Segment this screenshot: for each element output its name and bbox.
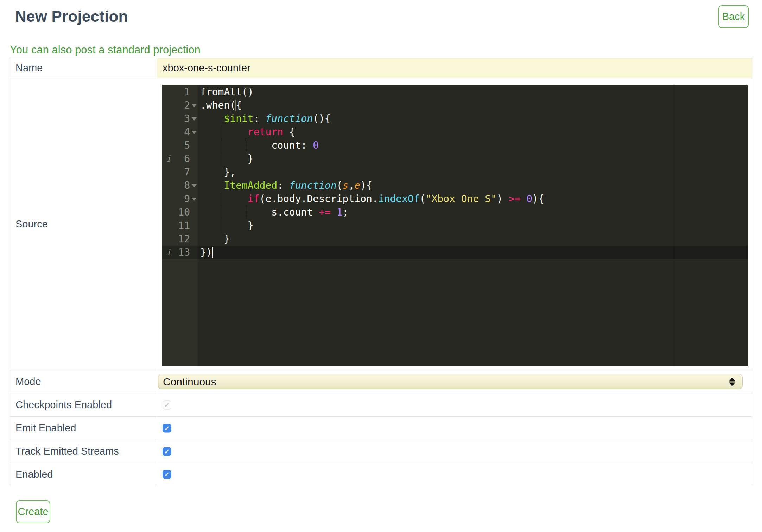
code-text: } <box>200 219 254 232</box>
fold-arrow-icon[interactable] <box>192 117 197 121</box>
code-text: $init: function(){ <box>200 112 331 126</box>
code-line-12[interactable]: 12 } <box>162 232 748 246</box>
code-line-6[interactable]: i6 } <box>162 152 748 166</box>
source-cell: 1fromAll()2.when({3 $init: function(){4 … <box>157 78 752 370</box>
code-text: return { <box>200 126 295 139</box>
name-input[interactable]: xbox-one-s-counter <box>157 58 752 78</box>
enabled-checkbox[interactable]: ✓ <box>163 470 171 479</box>
name-label: Name <box>10 58 157 78</box>
emit-enabled-label: Emit Enabled <box>10 417 157 440</box>
code-text: } <box>200 152 254 166</box>
code-line-1[interactable]: 1fromAll() <box>162 85 748 99</box>
line-number: 10 <box>162 206 190 219</box>
emit-enabled-row: Emit Enabled ✓ <box>10 417 752 440</box>
code-line-3[interactable]: 3 $init: function(){ <box>162 112 748 126</box>
line-number: 9 <box>162 192 190 206</box>
line-number: 11 <box>162 219 190 232</box>
track-emitted-streams-row: Track Emitted Streams ✓ <box>10 440 752 463</box>
source-code-editor[interactable]: 1fromAll()2.when({3 $init: function(){4 … <box>162 85 748 366</box>
checkpoints-enabled-label: Checkpoints Enabled <box>10 393 157 416</box>
fold-arrow-icon[interactable] <box>192 131 197 134</box>
line-number: 8 <box>162 179 190 192</box>
checkpoints-enabled-row: Checkpoints Enabled ✓ <box>10 393 752 417</box>
page-title: New Projection <box>15 8 128 25</box>
code-text: count: 0 <box>200 139 319 152</box>
line-number: 3 <box>162 112 190 126</box>
line-number: 1 <box>162 85 190 99</box>
code-line-4[interactable]: 4 return { <box>162 126 748 139</box>
mode-select[interactable]: Continuous <box>158 374 743 389</box>
code-text: }) <box>200 246 213 259</box>
new-projection-form: Name xbox-one-s-counter Source 1fromAll(… <box>10 58 752 485</box>
code-text: if(e.body.Description.indexOf("Xbox One … <box>200 192 544 206</box>
code-line-5[interactable]: 5 count: 0 <box>162 139 748 152</box>
name-row: Name xbox-one-s-counter <box>10 58 752 78</box>
code-text: fromAll() <box>200 85 254 99</box>
line-number: 2 <box>162 99 190 112</box>
code-text: }, <box>200 166 236 179</box>
code-line-10[interactable]: 10 s.count += 1; <box>162 206 748 219</box>
code-line-7[interactable]: 7 }, <box>162 166 748 179</box>
code-line-13[interactable]: i13}) <box>162 246 748 259</box>
back-button[interactable]: Back <box>718 5 749 28</box>
source-label: Source <box>10 78 157 370</box>
text-cursor <box>212 247 213 258</box>
standard-projection-link[interactable]: You can also post a standard projection <box>10 44 201 56</box>
code-line-2[interactable]: 2.when({ <box>162 99 748 112</box>
line-number: 13 <box>162 246 190 259</box>
fold-arrow-icon[interactable] <box>192 198 197 201</box>
code-line-11[interactable]: 11 } <box>162 219 748 232</box>
code-text: ItemAdded: function(s,e){ <box>200 179 372 192</box>
create-button[interactable]: Create <box>16 500 50 523</box>
line-number: 5 <box>162 139 190 152</box>
source-row: Source 1fromAll()2.when({3 $init: functi… <box>10 78 752 370</box>
fold-arrow-icon[interactable] <box>192 104 197 107</box>
mode-row: Mode Continuous <box>10 370 752 393</box>
enabled-label: Enabled <box>10 463 157 486</box>
emit-enabled-checkbox[interactable]: ✓ <box>163 424 171 432</box>
checkpoints-enabled-checkbox: ✓ <box>163 400 171 409</box>
mode-cell: Continuous <box>157 370 752 393</box>
mode-selected-value: Continuous <box>163 376 216 388</box>
track-emitted-streams-checkbox[interactable]: ✓ <box>163 447 171 456</box>
line-number: 7 <box>162 166 190 179</box>
select-spinner-icon <box>729 377 735 386</box>
code-line-9[interactable]: 9 if(e.body.Description.indexOf("Xbox On… <box>162 192 748 206</box>
enabled-row: Enabled ✓ <box>10 463 752 486</box>
track-emitted-streams-label: Track Emitted Streams <box>10 440 157 463</box>
line-number: 6 <box>162 152 190 166</box>
fold-arrow-icon[interactable] <box>192 184 197 187</box>
code-text: s.count += 1; <box>200 206 348 219</box>
code-line-8[interactable]: 8 ItemAdded: function(s,e){ <box>162 179 748 192</box>
mode-label: Mode <box>10 370 157 393</box>
code-text: } <box>200 232 230 246</box>
code-text: .when({ <box>200 99 242 112</box>
line-number: 4 <box>162 126 190 139</box>
line-number: 12 <box>162 232 190 246</box>
